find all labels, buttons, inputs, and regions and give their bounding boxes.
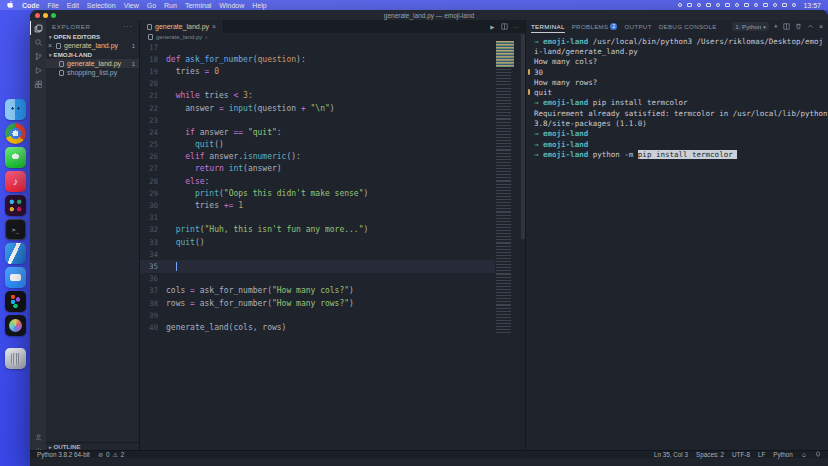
battery-icon[interactable]	[773, 3, 778, 8]
chevron-down-icon: ▾	[763, 24, 766, 30]
run-debug-view-icon[interactable]	[30, 63, 46, 77]
panel-tab-debug-console[interactable]: DEBUG CONSOLE	[659, 20, 717, 33]
more-actions-icon[interactable]: ···	[123, 23, 133, 30]
section-header[interactable]: ▾OPEN EDITORS	[46, 32, 139, 41]
close-panel-icon[interactable]: ×	[819, 23, 823, 30]
line-number: 24	[140, 128, 166, 137]
breadcrumb[interactable]: generate_land.py ›	[140, 33, 525, 41]
panel-tab-output[interactable]: OUTPUT	[624, 20, 651, 33]
dock-music-icon[interactable]	[5, 171, 26, 192]
dock-messages-icon[interactable]	[5, 147, 26, 168]
menu-window[interactable]: Window	[219, 2, 244, 9]
gear-icon[interactable]	[697, 3, 702, 8]
g-account-icon[interactable]	[706, 3, 711, 8]
panel-tab-problems[interactable]: PROBLEMS2	[572, 20, 618, 33]
indentation[interactable]: Spaces: 2	[696, 451, 724, 458]
shell-selector[interactable]: 1: Python ▾	[732, 22, 769, 31]
maximize-panel-icon[interactable]	[807, 23, 814, 31]
explorer-view-icon[interactable]	[30, 21, 46, 35]
menu-go[interactable]: Go	[147, 2, 156, 9]
eol[interactable]: LF	[758, 451, 765, 458]
file-item[interactable]: ×generate_land.py1	[46, 41, 139, 50]
apple-icon[interactable]	[7, 1, 14, 9]
error-icon: ⊘	[98, 451, 103, 458]
terminal-line: How many cols?	[526, 57, 828, 67]
menu-run[interactable]: Run	[164, 2, 177, 9]
menu-code[interactable]: Code	[22, 2, 40, 9]
terminal-line: → emoji-land /usr/local/bin/python3 /Use…	[526, 36, 828, 46]
code-line: 38rows = ask_for_number("How many rows?"…	[140, 297, 495, 309]
menu-selection[interactable]: Selection	[87, 2, 116, 9]
wifi-icon[interactable]	[782, 3, 787, 8]
zoom-button[interactable]	[51, 13, 56, 18]
editor-more-actions-icon[interactable]: ···	[514, 24, 520, 30]
encoding[interactable]: UTF-8	[732, 451, 750, 458]
minimize-button[interactable]	[43, 13, 48, 18]
accounts-icon[interactable]	[30, 430, 46, 444]
control-center-icon[interactable]	[792, 3, 797, 8]
menu-edit[interactable]: Edit	[67, 2, 79, 9]
language-mode[interactable]: Python	[773, 451, 793, 458]
minimap[interactable]	[496, 41, 520, 333]
menu-terminal[interactable]: Terminal	[185, 2, 211, 9]
chat-icon[interactable]	[735, 3, 740, 8]
kill-terminal-trash-icon[interactable]	[795, 23, 802, 31]
run-python-file-icon[interactable]: ▶	[490, 24, 494, 30]
sync-icon[interactable]	[716, 3, 721, 8]
menu-clock[interactable]: 13:57	[803, 2, 821, 9]
file-item[interactable]: shopping_list.py	[46, 68, 139, 77]
window-controls	[35, 13, 56, 18]
tab-close-icon[interactable]: ×	[212, 23, 216, 30]
vscode-window: generate_land.py — emoji-land	[30, 10, 828, 466]
do-not-disturb-icon[interactable]	[687, 3, 692, 8]
bluetooth-icon[interactable]	[763, 3, 768, 8]
close-button[interactable]	[35, 13, 40, 18]
line-number: 30	[140, 201, 166, 210]
dock-zoom-icon[interactable]	[5, 267, 26, 288]
moon-icon[interactable]	[754, 3, 759, 8]
keyboard-icon[interactable]	[744, 3, 749, 8]
line-number: 36	[140, 274, 166, 283]
source-control-view-icon[interactable]	[30, 49, 46, 63]
file-item[interactable]: generate_land.py1	[46, 59, 139, 68]
split-editor-icon[interactable]	[501, 23, 508, 31]
new-terminal-icon[interactable]: +	[774, 23, 778, 30]
file-icon	[56, 43, 61, 49]
menu-view[interactable]: View	[124, 2, 139, 9]
notifications-bell-icon[interactable]	[815, 451, 821, 458]
search-view-icon[interactable]	[30, 35, 46, 49]
editor-tab-bar: generate_land.py × ▶ ···	[140, 20, 525, 33]
terminal-output[interactable]: → emoji-land /usr/local/bin/python3 /Use…	[526, 33, 828, 458]
panel-tab-terminal[interactable]: TERMINAL	[531, 20, 565, 33]
section-header[interactable]: ▾EMOJI-LAND	[46, 50, 139, 59]
code-area[interactable]: 1718def ask_for_number(question):19 trie…	[140, 41, 495, 458]
python-interpreter[interactable]: Python 3.8.2 64-bit	[37, 451, 90, 458]
problems-summary[interactable]: ⊘ 0 ⚠ 2	[98, 451, 124, 458]
split-terminal-icon[interactable]	[783, 23, 790, 31]
screen-mirroring-icon[interactable]	[678, 3, 683, 8]
extensions-view-icon[interactable]	[30, 77, 46, 91]
tab-generate-land[interactable]: generate_land.py ×	[140, 20, 224, 33]
text-cursor	[176, 262, 177, 271]
menu-help[interactable]: Help	[252, 2, 266, 9]
panel-header: TERMINALPROBLEMS2OUTPUTDEBUG CONSOLE 1: …	[526, 20, 828, 33]
dock-figma-icon[interactable]	[5, 291, 26, 312]
feedback-smiley-icon[interactable]: ☺	[801, 452, 807, 458]
dock-trash-icon[interactable]	[5, 348, 26, 369]
dock-photos-icon[interactable]	[5, 315, 26, 336]
title-bar[interactable]: generate_land.py — emoji-land	[30, 10, 828, 20]
file-icon	[147, 24, 152, 30]
chevron-down-icon: ▾	[49, 34, 52, 40]
spotlight-icon[interactable]	[725, 3, 730, 8]
command-decoration	[528, 89, 530, 95]
git-modified-badge: 1	[132, 43, 135, 49]
dock-chrome-icon[interactable]	[5, 123, 26, 144]
dock-vscode-icon[interactable]	[5, 243, 26, 264]
cursor-position[interactable]: Ln 35, Col 3	[654, 451, 688, 458]
section-header-outline[interactable]: ▸OUTLINE	[46, 442, 139, 450]
dock-finder-icon[interactable]	[5, 99, 26, 120]
dock-terminal-icon[interactable]	[5, 219, 26, 240]
dock-slack-icon[interactable]	[5, 195, 26, 216]
close-icon[interactable]: ×	[48, 42, 52, 49]
menu-file[interactable]: File	[48, 2, 59, 9]
